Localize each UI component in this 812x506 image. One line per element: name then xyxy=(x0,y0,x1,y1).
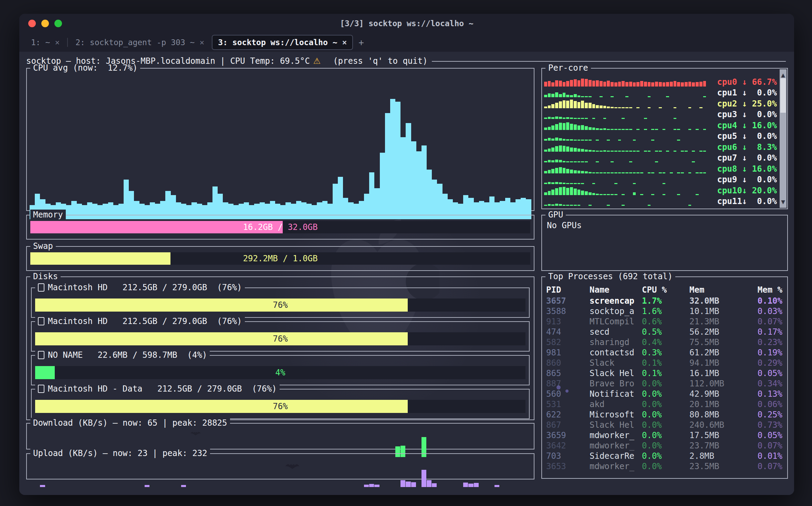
process-row: 3659mdworker_0.0%17.5MB0.05% xyxy=(546,430,782,441)
tab-1[interactable]: 1: ~× xyxy=(25,36,65,49)
chart-bar xyxy=(544,107,547,108)
process-cpu: 0.0% xyxy=(642,461,689,472)
scrollbar-thumb[interactable] xyxy=(780,78,786,113)
chart-bar xyxy=(659,151,662,152)
tab-close-icon[interactable]: × xyxy=(342,38,347,47)
chart-bar xyxy=(124,180,129,219)
chart-bar xyxy=(596,128,599,130)
chart-bar xyxy=(544,118,547,119)
chart-bar xyxy=(548,81,551,87)
chart-bar xyxy=(614,172,617,173)
chart-bar xyxy=(555,168,558,173)
download-title: Download (KB/s) — now: 65 | peak: 28825 xyxy=(30,418,230,428)
chart-bar xyxy=(614,107,617,108)
tab-2[interactable]: 2: socktop_agent -p 303 ~× xyxy=(70,36,210,49)
chart-bar xyxy=(659,82,662,87)
process-cpu: 0.3% xyxy=(642,347,689,358)
chart-bar xyxy=(611,107,614,108)
chart-bar xyxy=(636,172,639,173)
process-name: Microsoft xyxy=(590,409,642,420)
chart-bar xyxy=(596,140,599,141)
core-label: cpu11↓ 0.0% xyxy=(709,196,777,206)
tab-3[interactable]: 3: socktop ws://localho ~× xyxy=(212,35,353,50)
chart-bar xyxy=(581,161,584,162)
chart-bar xyxy=(563,118,566,119)
chart-bar xyxy=(648,172,651,173)
chart-bar xyxy=(592,118,595,119)
chart-bar xyxy=(570,170,573,173)
chart-bar xyxy=(618,151,621,152)
percore-scrollbar[interactable]: ▲ ▼ xyxy=(780,69,787,208)
chart-bar xyxy=(577,95,581,97)
chart-bar xyxy=(677,140,680,141)
chart-bar xyxy=(570,124,573,130)
chart-bar xyxy=(432,483,437,487)
scroll-down-icon[interactable]: ▼ xyxy=(780,197,787,207)
chart-bar xyxy=(581,96,584,97)
chart-bar xyxy=(563,187,566,195)
tab-close-icon[interactable]: × xyxy=(55,38,60,47)
chart-bar xyxy=(600,129,603,130)
chart-bar xyxy=(633,172,636,173)
chart-bar xyxy=(566,117,569,119)
chart-bar xyxy=(651,140,654,141)
process-row: 860Slack0.1%94.1MB0.29% xyxy=(546,358,782,368)
process-cpu: 0.4% xyxy=(642,337,689,347)
new-tab-button[interactable]: + xyxy=(358,37,364,48)
process-row: 622Microsoft0.0%80.8MB0.25% xyxy=(546,409,782,420)
chart-bar xyxy=(659,172,662,173)
chart-bar xyxy=(670,82,673,87)
gpu-message: No GPUs xyxy=(547,220,582,231)
chart-bar xyxy=(596,194,599,195)
chart-bar xyxy=(699,151,702,152)
disk-icon xyxy=(38,317,44,325)
chart-bar xyxy=(559,138,562,141)
process-pid: 981 xyxy=(546,347,590,358)
chart-bar xyxy=(629,82,632,87)
terminal-content[interactable]: socktop — host: Jasons-MBP.localdomain |… xyxy=(19,52,794,495)
core-histogram xyxy=(544,132,706,141)
chart-bar xyxy=(611,161,614,162)
chart-bar xyxy=(696,172,699,173)
chart-bar xyxy=(589,140,592,141)
chart-bar xyxy=(563,100,566,108)
process-name: screencap xyxy=(590,296,642,306)
window-title: [3/3] socktop ws://localho ~ xyxy=(19,19,794,28)
column-header: PID xyxy=(546,285,590,295)
process-cpu: 1.6% xyxy=(642,306,689,316)
chart-bar xyxy=(651,82,654,87)
chart-bar xyxy=(544,82,547,87)
tab-close-icon[interactable]: × xyxy=(199,38,204,47)
process-pid: 887 xyxy=(546,378,590,389)
chart-bar xyxy=(625,107,628,108)
process-pid: 3659 xyxy=(546,430,590,441)
chart-bar xyxy=(629,172,632,173)
chart-bar xyxy=(640,172,643,173)
chart-bar xyxy=(463,483,468,487)
process-mem: 17.5MB xyxy=(689,430,744,441)
chart-bar xyxy=(181,485,186,487)
process-cpu: 0.0% xyxy=(642,389,689,399)
chart-bar xyxy=(644,82,647,87)
upload-panel: Upload (KB/s) — now: 23 | peak: 232 xyxy=(26,453,534,479)
chart-bar xyxy=(566,161,569,163)
process-mempct: 0.25% xyxy=(744,409,782,420)
chart-bar xyxy=(548,105,551,108)
chart-bar xyxy=(570,205,573,206)
chart-bar xyxy=(581,101,584,108)
chart-bar xyxy=(559,145,562,152)
chart-bar xyxy=(563,139,566,141)
chart-bar xyxy=(607,151,610,152)
column-header: Mem xyxy=(689,285,744,295)
window-titlebar[interactable]: [3/3] socktop ws://localho ~ xyxy=(19,14,794,33)
chart-bar xyxy=(577,183,581,184)
terminal-window: [3/3] socktop ws://localho ~ 1: ~×2: soc… xyxy=(19,14,794,495)
chart-bar xyxy=(648,96,651,97)
status-line: socktop — host: Jasons-MBP.localdomain |… xyxy=(26,56,786,66)
chart-bar xyxy=(625,151,628,152)
chart-bar xyxy=(674,151,677,152)
swap-label: 292.2MB / 1.0GB xyxy=(30,252,530,265)
chart-bar xyxy=(555,103,558,108)
chart-bar xyxy=(551,139,554,141)
chart-bar xyxy=(559,123,562,130)
